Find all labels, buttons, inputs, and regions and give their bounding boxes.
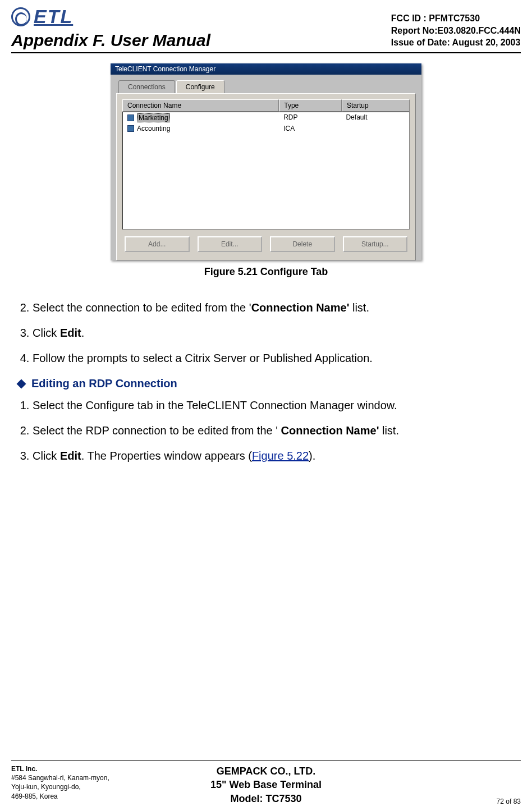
footer-center1: GEMPACK CO., LTD. bbox=[181, 764, 351, 778]
figure-link[interactable]: Figure 5.22 bbox=[252, 450, 309, 462]
rdp-step-3: Click Edit. The Properties window appear… bbox=[33, 448, 521, 464]
issue-date: Issue of Date: August 20, 2003 bbox=[391, 36, 521, 49]
footer-addr2: Yoju-kun, Kyounggi-do, bbox=[11, 782, 181, 791]
tab-configure[interactable]: Configure bbox=[176, 80, 224, 93]
appendix-title: Appendix F. User Manual bbox=[11, 31, 210, 50]
diamond-bullet-icon bbox=[17, 379, 26, 388]
edit-button[interactable]: Edit... bbox=[198, 236, 263, 252]
steps-list-1: Select the connection to be edited from … bbox=[11, 300, 521, 366]
footer-right: 72 of 83 bbox=[351, 798, 521, 805]
footer-center: GEMPACK CO., LTD. 15" Web Base Terminal … bbox=[181, 764, 351, 805]
list-body[interactable]: Marketing RDP Default Accounting ICA bbox=[122, 112, 410, 230]
delete-button[interactable]: Delete bbox=[270, 236, 335, 252]
step-3: Click Edit. bbox=[33, 326, 521, 341]
fcc-id: FCC ID : PFMTC7530 bbox=[391, 12, 521, 25]
connection-icon bbox=[127, 114, 134, 121]
screenshot-window: TeleCLIENT Connection Manager Connection… bbox=[111, 63, 421, 260]
row-name: Marketing bbox=[137, 113, 170, 122]
connection-icon bbox=[127, 125, 134, 132]
row-startup bbox=[341, 123, 409, 134]
tabstrip: Connections Configure bbox=[111, 75, 421, 93]
list-item[interactable]: Accounting ICA bbox=[123, 123, 409, 134]
footer-center3: Model: TC7530 bbox=[181, 792, 351, 805]
footer-left: ETL Inc. #584 Sangwhal-ri, Kanam-myon, Y… bbox=[11, 764, 181, 801]
footer-company: ETL Inc. bbox=[11, 764, 181, 773]
steps-list-2: Select the Configure tab in the TeleCLIE… bbox=[11, 398, 521, 464]
section-heading: Editing an RDP Connection bbox=[16, 377, 521, 390]
rdp-step-2: Select the RDP connection to be edited f… bbox=[33, 423, 521, 438]
step-4: Follow the prompts to select a Citrix Se… bbox=[33, 351, 521, 366]
footer-addr3: 469-885, Korea bbox=[11, 792, 181, 801]
header-meta: FCC ID : PFMTC7530 Report No:E03.0820.FC… bbox=[391, 12, 521, 50]
logo: ETL bbox=[11, 6, 210, 28]
page-footer: ETL Inc. #584 Sangwhal-ri, Kanam-myon, Y… bbox=[11, 760, 521, 805]
section-title: Editing an RDP Connection bbox=[31, 377, 177, 390]
row-type: ICA bbox=[279, 123, 341, 134]
row-startup: Default bbox=[341, 112, 409, 123]
logo-mark-icon bbox=[11, 7, 30, 26]
page-number: 72 of 83 bbox=[497, 798, 521, 805]
logo-text: ETL bbox=[34, 6, 73, 28]
page-header: ETL Appendix F. User Manual FCC ID : PFM… bbox=[11, 6, 521, 53]
footer-center2: 15" Web Base Terminal bbox=[181, 778, 351, 791]
tab-panel: Connection Name Type Startup Marketing R… bbox=[116, 93, 416, 260]
col-type[interactable]: Type bbox=[279, 99, 342, 112]
row-name: Accounting bbox=[137, 125, 170, 132]
col-startup[interactable]: Startup bbox=[342, 99, 410, 112]
step-2: Select the connection to be edited from … bbox=[33, 300, 521, 315]
report-no: Report No:E03.0820.FCC.444N bbox=[391, 25, 521, 37]
startup-button[interactable]: Startup... bbox=[343, 236, 408, 252]
list-item[interactable]: Marketing RDP Default bbox=[123, 112, 409, 123]
figure-caption: Figure 5.21 Configure Tab bbox=[11, 266, 521, 278]
list-header: Connection Name Type Startup bbox=[122, 99, 410, 112]
window-titlebar: TeleCLIENT Connection Manager bbox=[111, 63, 421, 75]
row-type: RDP bbox=[279, 112, 341, 123]
col-connection-name[interactable]: Connection Name bbox=[122, 99, 279, 112]
rdp-step-1: Select the Configure tab in the TeleCLIE… bbox=[33, 398, 521, 413]
tab-connections[interactable]: Connections bbox=[118, 80, 175, 93]
footer-addr1: #584 Sangwhal-ri, Kanam-myon, bbox=[11, 773, 181, 782]
add-button[interactable]: Add... bbox=[125, 236, 190, 252]
button-row: Add... Edit... Delete Startup... bbox=[122, 230, 410, 254]
